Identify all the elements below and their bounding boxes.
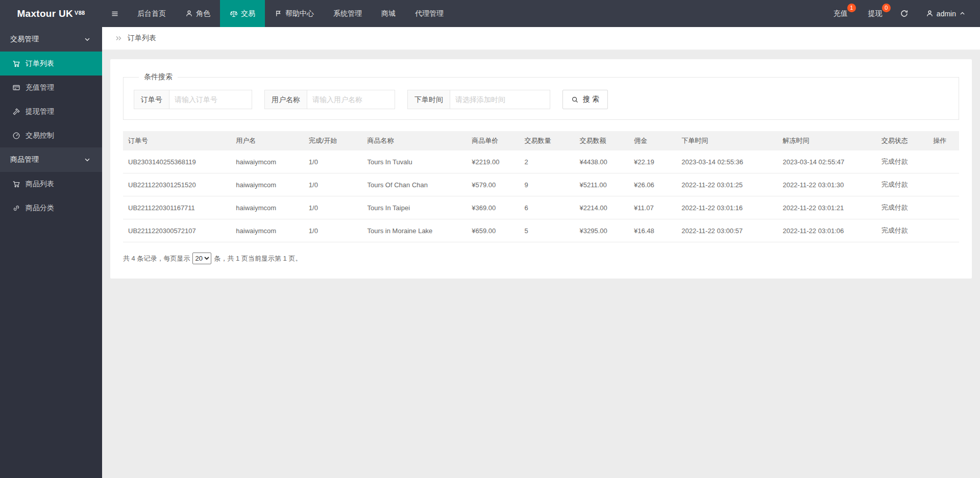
scales-icon bbox=[230, 10, 238, 18]
nav-item-agents[interactable]: 代理管理 bbox=[405, 0, 453, 27]
sidebar-item-label: 商品分类 bbox=[26, 204, 54, 213]
nav-item-mall[interactable]: 商城 bbox=[372, 0, 405, 27]
sidebar-group-label: 商品管理 bbox=[10, 155, 39, 164]
sidebar-item-order-list[interactable]: 订单列表 bbox=[0, 52, 102, 76]
column-header: 交易数量 bbox=[519, 131, 574, 150]
table-row: UB2211220301167711haiwaiymcom1/0Tours In… bbox=[123, 196, 959, 219]
navbar-right: 充值 1 提现 0 admin bbox=[823, 0, 980, 27]
username: admin bbox=[937, 10, 956, 18]
column-header: 商品名称 bbox=[362, 131, 467, 150]
double-chevron-icon bbox=[115, 34, 123, 42]
order-list-card: 条件搜索 订单号 用户名称 下单时间 bbox=[110, 59, 972, 279]
username-input[interactable] bbox=[307, 90, 395, 109]
sidebar-group-trade-management[interactable]: 交易管理 bbox=[0, 27, 102, 52]
order-no-input[interactable] bbox=[169, 90, 252, 109]
sidebar-item-label: 充值管理 bbox=[26, 83, 54, 92]
table-cell: ¥11.07 bbox=[629, 196, 676, 219]
per-page-select[interactable]: 20 bbox=[192, 253, 211, 264]
table-cell: Tours in Moraine Lake bbox=[362, 219, 467, 242]
table-cell: 9 bbox=[519, 173, 574, 196]
logo-version: V88 bbox=[75, 10, 85, 16]
column-header: 操作 bbox=[928, 131, 959, 150]
sidebar-item-label: 提现管理 bbox=[26, 107, 54, 116]
search-fieldset: 条件搜索 订单号 用户名称 下单时间 bbox=[123, 72, 959, 120]
nav-item-label: 角色 bbox=[196, 9, 210, 18]
card-icon bbox=[12, 84, 20, 92]
table-cell: 2022-11-22 03:01:25 bbox=[676, 173, 777, 196]
gavel-icon bbox=[12, 108, 20, 116]
refresh-button[interactable] bbox=[893, 0, 916, 27]
table-cell: ¥5211.00 bbox=[574, 173, 628, 196]
withdraw-button[interactable]: 提现 0 bbox=[858, 0, 893, 27]
order-time-field-group: 下单时间 bbox=[407, 90, 550, 109]
table-cell: 2022-11-22 03:00:57 bbox=[676, 219, 777, 242]
order-time-input[interactable] bbox=[450, 90, 550, 109]
link-icon bbox=[12, 204, 20, 212]
recharge-button[interactable]: 充值 1 bbox=[823, 0, 858, 27]
search-button[interactable]: 搜 索 bbox=[562, 90, 608, 109]
sidebar-group-product-management[interactable]: 商品管理 bbox=[0, 147, 102, 172]
column-header: 完成/开始 bbox=[304, 131, 362, 150]
nav-item-label: 交易 bbox=[241, 9, 255, 18]
column-header: 佣金 bbox=[629, 131, 676, 150]
table-cell: 完成付款 bbox=[876, 196, 928, 219]
table-cell bbox=[928, 196, 959, 219]
main-area: 订单列表 条件搜索 订单号 用户名称 下单时间 bbox=[102, 27, 980, 478]
table-cell: UB2211220301251520 bbox=[123, 173, 231, 196]
order-no-field-label: 订单号 bbox=[134, 90, 169, 109]
order-no-field-group: 订单号 bbox=[134, 90, 252, 109]
sidebar: 交易管理 订单列表 充值管理 提现管理 交易控制 商品管理 商品列表 商品分类 bbox=[0, 27, 102, 478]
nav-item-label: 商城 bbox=[381, 9, 396, 18]
column-header: 交易数额 bbox=[574, 131, 628, 150]
table-cell: 6 bbox=[519, 196, 574, 219]
nav-item-system[interactable]: 系统管理 bbox=[324, 0, 372, 27]
menu-toggle-button[interactable] bbox=[102, 0, 128, 27]
pagination-prefix: 共 4 条记录，每页显示 bbox=[123, 254, 190, 263]
refresh-icon bbox=[900, 9, 909, 18]
flag-icon bbox=[275, 10, 282, 17]
table-cell: Tours In Taipei bbox=[362, 196, 467, 219]
table-cell: ¥2214.00 bbox=[574, 196, 628, 219]
username-field-group: 用户名称 bbox=[264, 90, 395, 109]
logo-text: Maxtour UK bbox=[17, 8, 73, 19]
table-cell: ¥579.00 bbox=[467, 173, 519, 196]
column-header: 用户名 bbox=[231, 131, 304, 150]
sidebar-item-trade-control[interactable]: 交易控制 bbox=[0, 123, 102, 147]
orders-table: 订单号用户名完成/开始商品名称商品单价交易数量交易数额佣金下单时间解冻时间交易状… bbox=[123, 131, 959, 242]
search-row: 订单号 用户名称 下单时间 搜 索 bbox=[134, 90, 948, 109]
table-cell: ¥22.19 bbox=[629, 150, 676, 173]
table-cell: 完成付款 bbox=[876, 173, 928, 196]
table-cell: 2 bbox=[519, 150, 574, 173]
table-cell: haiwaiymcom bbox=[231, 150, 304, 173]
chevron-down-icon bbox=[84, 156, 91, 163]
table-cell: 2022-11-22 03:01:21 bbox=[778, 196, 876, 219]
chevron-down-icon bbox=[84, 36, 91, 43]
table-cell: 2022-11-22 03:01:30 bbox=[778, 173, 876, 196]
table-cell: 2023-03-14 02:55:47 bbox=[778, 150, 876, 173]
table-cell: ¥369.00 bbox=[467, 196, 519, 219]
page-title: 订单列表 bbox=[128, 34, 156, 43]
table-cell: Tours Of Chan Chan bbox=[362, 173, 467, 196]
sidebar-item-product-list[interactable]: 商品列表 bbox=[0, 172, 102, 196]
nav-item-home[interactable]: 后台首页 bbox=[128, 0, 176, 27]
table-row: UB2211220300572107haiwaiymcom1/0Tours in… bbox=[123, 219, 959, 242]
nav-item-trade[interactable]: 交易 bbox=[220, 0, 265, 27]
table-row: UB2303140255368119haiwaiymcom1/0Tours In… bbox=[123, 150, 959, 173]
sidebar-item-withdraw-management[interactable]: 提现管理 bbox=[0, 99, 102, 123]
user-menu[interactable]: admin bbox=[916, 0, 976, 27]
withdraw-label: 提现 bbox=[868, 9, 883, 18]
table-cell: ¥4438.00 bbox=[574, 150, 628, 173]
sidebar-item-recharge-management[interactable]: 充值管理 bbox=[0, 76, 102, 99]
nav-item-label: 后台首页 bbox=[137, 9, 166, 18]
pagination-suffix: 条，共 1 页当前显示第 1 页。 bbox=[214, 254, 302, 263]
sidebar-item-label: 订单列表 bbox=[26, 59, 54, 68]
sidebar-group-label: 交易管理 bbox=[10, 35, 39, 44]
nav-item-help-center[interactable]: 帮助中心 bbox=[265, 0, 324, 27]
username-field-label: 用户名称 bbox=[264, 90, 307, 109]
table-cell: ¥26.06 bbox=[629, 173, 676, 196]
nav-item-roles[interactable]: 角色 bbox=[176, 0, 220, 27]
recharge-badge: 1 bbox=[847, 4, 856, 12]
table-cell: UB2303140255368119 bbox=[123, 150, 231, 173]
column-header: 订单号 bbox=[123, 131, 231, 150]
sidebar-item-product-category[interactable]: 商品分类 bbox=[0, 196, 102, 220]
